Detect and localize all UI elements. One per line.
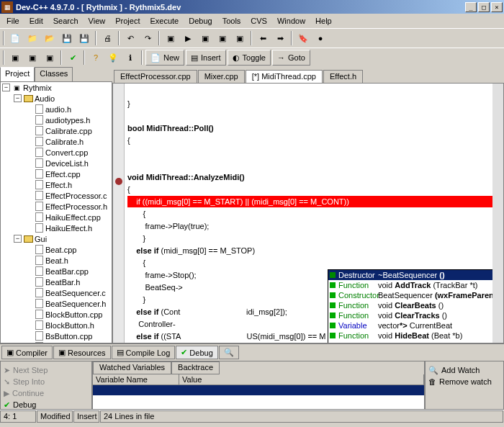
nav-fwd-icon[interactable]: ➡ [272,30,288,46]
autocomplete-popup[interactable]: Destructor~BeatSequencer ()Functionvoid … [328,269,504,343]
menu-edit[interactable]: Edit [24,15,48,27]
menu-debug[interactable]: Debug [184,15,217,27]
watch-selected-row[interactable] [93,385,424,395]
tree-file[interactable]: Convert.cpp [1,147,112,158]
tab-project[interactable]: Project [0,67,35,81]
debug-icon[interactable]: ▣ [232,30,248,46]
menu-tools[interactable]: Tools [217,15,246,27]
compile-icon[interactable]: ▣ [163,30,179,46]
about-icon[interactable]: ● [312,30,328,46]
collapse-icon[interactable]: − [14,235,22,243]
tree-file[interactable]: BeatSequencer.h [1,298,112,309]
tree-file[interactable]: Calibrate.h [1,136,112,147]
autocomplete-item[interactable]: Variablevector*> CurrentBeat [328,320,504,331]
gutter[interactable] [113,84,125,343]
undo-icon[interactable]: ↶ [122,30,138,46]
tree-file[interactable]: audio.h [1,104,112,114]
file-tab[interactable]: Mixer.cpp [198,70,245,83]
save-icon[interactable]: 💾 [59,30,75,46]
autocomplete-item[interactable]: Functionvoid ClearBeats () [328,300,504,310]
breakpoint-icon[interactable] [115,178,122,185]
compile-run-icon[interactable]: ▣ [197,30,213,46]
help-icon[interactable]: ? [88,50,104,66]
minimize-button[interactable]: _ [465,2,477,12]
tree-root[interactable]: − ▣ Rythmix [1,82,112,93]
tab-classes[interactable]: Classes [35,67,73,81]
rebuild-icon[interactable]: ▣ [215,30,230,46]
run-icon[interactable]: ▶ [180,30,196,46]
tree-file[interactable]: BeatBar.h [1,277,112,287]
tree-file[interactable]: Beat.cpp [1,244,112,255]
tip-icon[interactable]: 💡 [105,50,121,66]
continue-button[interactable]: ▶Continue [4,387,89,399]
btab-resources[interactable]: ▣Resources [53,346,111,359]
nav-back-icon[interactable]: ⬅ [255,30,271,46]
btab-compiler[interactable]: ▣Compiler [1,346,53,359]
project-tree[interactable]: − ▣ Rythmix −Audioaudio.haudiotypes.hCal… [0,81,112,343]
menu-project[interactable]: Project [110,15,145,27]
step-into-button[interactable]: ➘Step Into [4,376,89,387]
menu-cvs[interactable]: CVS [246,15,272,27]
autocomplete-item[interactable]: Functionvoid AddTrack (TrackBar *t) [328,280,504,290]
file-tab[interactable]: EffectProcessor.cpp [114,70,197,83]
debug-button[interactable]: ✔Debug [4,399,89,410]
new-button[interactable]: 📄New [145,50,184,66]
autocomplete-item[interactable]: Destructor~BeatSequencer () [328,270,504,280]
tree-file[interactable]: DeviceList.h [1,158,112,168]
file-tab[interactable]: [*] MidiThread.cpp [246,70,323,83]
redo-icon[interactable]: ↷ [140,30,156,46]
file-tab[interactable]: Effect.h [323,70,363,83]
open-icon[interactable]: 📂 [42,30,58,46]
tree-file[interactable]: EffectProcessor.c [1,190,112,201]
tree-file[interactable]: Calibrate.cpp [1,125,112,136]
tree-file[interactable]: Effect.cpp [1,168,112,179]
add-watch-button[interactable]: 🔍Add Watch [428,364,500,376]
autocomplete-item[interactable]: Functionvoid ClearTracks () [328,310,504,320]
print-icon[interactable]: 🖨 [99,30,115,46]
tree-file[interactable]: BeatBar.cpp [1,266,112,277]
btab-debug[interactable]: ✔Debug [176,346,217,359]
tree-file[interactable]: Effect.h [1,179,112,190]
bookmark-icon[interactable]: 🔖 [295,30,311,46]
tree-file[interactable]: BsButton.h [1,341,112,343]
tree-folder[interactable]: −Audio [1,93,112,104]
new-project-icon[interactable]: 📁 [24,30,40,46]
menu-search[interactable]: Search [48,15,84,27]
close-button[interactable]: × [491,2,503,12]
menu-view[interactable]: View [84,15,111,27]
goto-button[interactable]: →Goto [272,50,310,66]
btab-more[interactable]: 🔍 [219,346,239,359]
insert-button[interactable]: ▤Insert [186,50,226,66]
menu-file[interactable]: File [1,15,24,27]
menu-execute[interactable]: Execute [145,15,184,27]
col-value[interactable]: Value [179,374,424,385]
remove-watch-button[interactable]: 🗑Remove watch [428,376,500,387]
tree-file[interactable]: BlockButton.h [1,320,112,331]
tab-backtrace[interactable]: Backtrace [171,361,220,374]
watch-table[interactable]: Variable Name Value [93,374,424,409]
tab-watched-vars[interactable]: Watched Variables [93,361,171,374]
menu-window[interactable]: Window [272,15,310,27]
tree-file[interactable]: BeatSequencer.c [1,287,112,298]
tool2-icon[interactable]: ▣ [24,50,40,66]
tree-folder[interactable]: −Gui [1,233,112,244]
tree-file[interactable]: BlockButton.cpp [1,309,112,320]
btab-compilelog[interactable]: ▤Compile Log [112,346,176,359]
tree-file[interactable]: HaikuEffect.cpp [1,212,112,223]
tree-file[interactable]: BsButton.cpp [1,331,112,341]
tree-file[interactable]: Beat.h [1,255,112,266]
toggle-button[interactable]: ◐Toggle [228,50,271,66]
tree-file[interactable]: EffectProcessor.h [1,201,112,212]
new-file-icon[interactable]: 📄 [7,30,23,46]
collapse-icon[interactable]: − [14,94,22,102]
editor-scrollbar[interactable] [492,84,503,343]
check-icon[interactable]: ✔ [65,50,81,66]
tree-file[interactable]: audiotypes.h [1,114,112,125]
autocomplete-item[interactable]: Functionvoid HideBeat (Beat *b) [328,331,504,341]
tree-file[interactable]: HaikuEffect.h [1,223,112,233]
code-editor[interactable]: } bool MidiThread::Poll() { void MidiThr… [112,83,504,343]
saveall-icon[interactable]: 💾 [76,30,92,46]
tool3-icon[interactable]: ▣ [42,50,58,66]
autocomplete-item[interactable]: ConstructorBeatSequencer (wxFrameParent … [328,290,504,300]
maximize-button[interactable]: □ [478,2,490,12]
